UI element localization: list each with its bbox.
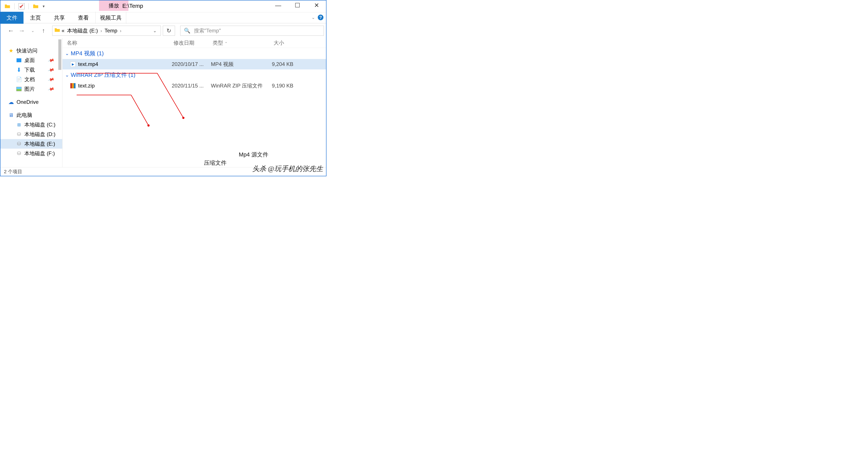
crumb-sep-icon[interactable]: › bbox=[119, 28, 122, 33]
refresh-button[interactable]: ↻ bbox=[163, 26, 175, 36]
watermark: 头杀 @玩手机的张先生 bbox=[252, 164, 323, 174]
label: 下载 bbox=[24, 66, 35, 73]
up-button[interactable]: ↑ bbox=[39, 27, 48, 34]
tab-video-tools[interactable]: 视频工具 bbox=[95, 12, 126, 24]
addr-folder-icon bbox=[54, 27, 60, 34]
label: 文档 bbox=[24, 76, 35, 83]
properties-icon[interactable]: ✔ bbox=[19, 3, 25, 9]
label: OneDrive bbox=[17, 99, 38, 105]
pc-icon: 🖥 bbox=[8, 112, 14, 118]
file-name-cell: ▶ text.mp4 bbox=[70, 61, 172, 67]
address-bar[interactable]: « 本地磁盘 (E:) › Temp › ⌄ bbox=[52, 26, 161, 36]
file-row-mp4[interactable]: ▶ text.mp4 2020/10/17 ... MP4 视频 9,204 K… bbox=[62, 59, 326, 69]
svg-line-4 bbox=[131, 95, 149, 125]
disk-icon: ⛁ bbox=[16, 151, 22, 156]
sidebar-disk-f[interactable]: ⛁ 本地磁盘 (F:) bbox=[0, 149, 62, 158]
svg-point-5 bbox=[147, 124, 150, 127]
col-type[interactable]: 类型 ⌃ bbox=[213, 39, 274, 46]
sidebar-documents[interactable]: 📄 文档 📌 bbox=[0, 75, 62, 84]
crumb-1[interactable]: Temp bbox=[103, 28, 118, 34]
disk-icon: ⊞ bbox=[16, 122, 22, 128]
sidebar-disk-d[interactable]: ⛁ 本地磁盘 (D:) bbox=[0, 129, 62, 139]
minimize-button[interactable]: — bbox=[269, 0, 288, 10]
column-headers: 名称 修改日期 类型 ⌃ 大小 bbox=[62, 38, 326, 48]
star-icon: ★ bbox=[8, 48, 14, 54]
sidebar-pictures[interactable]: 图片 📌 bbox=[0, 84, 62, 94]
label: 本地磁盘 (D:) bbox=[24, 131, 56, 138]
sidebar-disk-e[interactable]: ⛁ 本地磁盘 (E:) bbox=[0, 139, 62, 149]
sidebar-thispc[interactable]: 🖥 此电脑 bbox=[0, 110, 62, 120]
tab-home[interactable]: 主页 bbox=[24, 12, 48, 24]
sort-asc-icon: ⌃ bbox=[225, 41, 227, 45]
sidebar-quick-access[interactable]: ★ 快速访问 bbox=[0, 46, 62, 56]
addr-expand-icon[interactable]: ⌄ bbox=[151, 28, 159, 33]
label: 此电脑 bbox=[17, 112, 32, 119]
close-button[interactable]: ✕ bbox=[307, 0, 326, 10]
search-input[interactable]: 🔍 搜索"Temp" bbox=[180, 26, 324, 36]
window-title: E:\Temp bbox=[122, 3, 143, 9]
tab-view[interactable]: 查看 bbox=[71, 12, 95, 24]
file-type: WinRAR ZIP 压缩文件 bbox=[211, 82, 272, 89]
svg-point-2 bbox=[182, 117, 184, 119]
pin-icon: 📌 bbox=[48, 57, 55, 64]
back-button[interactable]: ← bbox=[6, 27, 15, 34]
file-row-zip[interactable]: text.zip 2020/11/15 ... WinRAR ZIP 压缩文件 … bbox=[62, 81, 326, 91]
new-folder-icon[interactable] bbox=[33, 3, 39, 9]
col-date[interactable]: 修改日期 bbox=[174, 39, 213, 46]
history-dropdown[interactable]: ⌄ bbox=[28, 28, 37, 33]
group-header-mp4[interactable]: ⌄ MP4 视频 (1) bbox=[62, 48, 326, 59]
file-name: text.mp4 bbox=[78, 61, 98, 67]
navigation-pane: ★ 快速访问 桌面 📌 ⬇ 下载 📌 📄 文档 📌 图片 📌 ☁ OneDriv… bbox=[0, 38, 62, 167]
titlebar: ✔ ▾ 播放 E:\Temp — ☐ ✕ bbox=[0, 0, 326, 12]
tab-share[interactable]: 共享 bbox=[48, 12, 71, 24]
app-folder-icon bbox=[4, 3, 10, 9]
zip-file-icon bbox=[70, 83, 75, 88]
label: MP4 视频 (1) bbox=[71, 50, 104, 57]
label: 类型 bbox=[213, 40, 223, 46]
navigation-bar: ← → ⌄ ↑ « 本地磁盘 (E:) › Temp › ⌄ ↻ 🔍 搜索"Te… bbox=[0, 23, 326, 38]
qat-dropdown-icon[interactable]: ▾ bbox=[43, 4, 44, 9]
window-controls: — ☐ ✕ bbox=[269, 0, 326, 10]
annotation-source: Mp4 源文件 bbox=[239, 151, 268, 158]
file-size: 9,190 KB bbox=[272, 83, 315, 89]
sidebar-desktop[interactable]: 桌面 📌 bbox=[0, 56, 62, 65]
ribbon-right: ⌄ ? bbox=[311, 14, 323, 20]
sidebar-disk-c[interactable]: ⊞ 本地磁盘 (C:) bbox=[0, 120, 62, 129]
file-date: 2020/10/17 ... bbox=[172, 61, 211, 67]
quick-access-toolbar: ✔ ▾ bbox=[0, 0, 47, 12]
status-item-count: 2 个项目 bbox=[4, 168, 22, 175]
file-tab[interactable]: 文件 bbox=[0, 12, 24, 24]
label: 本地磁盘 (F:) bbox=[24, 150, 55, 157]
file-list-pane: 名称 修改日期 类型 ⌃ 大小 ⌄ MP4 视频 (1) ▶ text.mp4 … bbox=[62, 38, 326, 167]
crumb-prefix: « bbox=[61, 28, 65, 34]
sidebar-downloads[interactable]: ⬇ 下载 📌 bbox=[0, 65, 62, 75]
chevron-down-icon: ⌄ bbox=[65, 72, 69, 78]
mp4-file-icon: ▶ bbox=[70, 62, 75, 67]
collapse-ribbon-icon[interactable]: ⌄ bbox=[311, 15, 315, 20]
ribbon-tabs: 文件 主页 共享 查看 视频工具 ⌄ ? bbox=[0, 12, 326, 23]
search-icon: 🔍 bbox=[184, 28, 190, 34]
pin-icon: 📌 bbox=[48, 85, 55, 93]
maximize-button[interactable]: ☐ bbox=[288, 0, 307, 10]
file-date: 2020/11/15 ... bbox=[172, 83, 211, 89]
chevron-down-icon: ⌄ bbox=[65, 51, 69, 56]
col-name[interactable]: 名称 bbox=[67, 39, 174, 46]
search-placeholder: 搜索"Temp" bbox=[194, 27, 221, 34]
label: 快速访问 bbox=[17, 47, 37, 54]
sidebar-onedrive[interactable]: ☁ OneDrive bbox=[0, 98, 62, 106]
label: 桌面 bbox=[24, 57, 35, 64]
file-size: 9,204 KB bbox=[272, 61, 315, 67]
crumb-0[interactable]: 本地磁盘 (E:) bbox=[66, 27, 99, 34]
group-header-zip[interactable]: ⌄ WinRAR ZIP 压缩文件 (1) bbox=[62, 69, 326, 81]
documents-icon: 📄 bbox=[16, 76, 22, 82]
label: 本地磁盘 (E:) bbox=[24, 140, 55, 147]
desktop-icon bbox=[16, 58, 22, 63]
downloads-icon: ⬇ bbox=[16, 67, 22, 73]
col-size[interactable]: 大小 bbox=[274, 39, 317, 46]
forward-button[interactable]: → bbox=[18, 27, 26, 34]
pictures-icon bbox=[16, 86, 22, 92]
help-icon[interactable]: ? bbox=[318, 14, 323, 20]
file-name: text.zip bbox=[78, 83, 95, 89]
disk-icon: ⛁ bbox=[16, 141, 22, 147]
crumb-sep-icon[interactable]: › bbox=[100, 28, 103, 33]
